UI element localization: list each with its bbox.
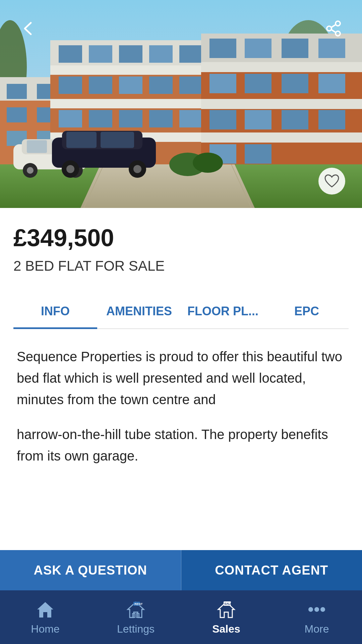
svg-text:RENT: RENT (134, 602, 143, 606)
svg-rect-28 (89, 110, 112, 127)
svg-rect-44 (282, 74, 308, 93)
svg-rect-17 (59, 45, 82, 63)
svg-rect-37 (201, 132, 362, 143)
favorite-button[interactable] (318, 168, 345, 195)
sales-icon: SALE (216, 599, 236, 620)
svg-rect-51 (245, 144, 272, 164)
svg-rect-6 (7, 84, 27, 99)
svg-marker-79 (37, 602, 53, 618)
svg-point-75 (327, 26, 331, 31)
svg-rect-47 (245, 110, 272, 129)
property-type: 2 BED FLAT FOR SALE (13, 258, 349, 274)
svg-rect-67 (101, 132, 134, 148)
svg-rect-23 (89, 76, 112, 94)
svg-rect-43 (245, 74, 272, 93)
tab-floorplan[interactable]: FLOOR PL... (181, 294, 265, 328)
svg-rect-38 (209, 39, 236, 58)
tab-amenities[interactable]: AMENITIES (97, 294, 181, 328)
svg-point-89 (314, 607, 319, 612)
svg-text:SALE: SALE (224, 602, 232, 605)
svg-rect-15 (50, 99, 218, 108)
property-tabs: INFO AMENITIES FLOOR PL... EPC (13, 294, 349, 329)
svg-point-90 (320, 607, 325, 612)
svg-rect-20 (149, 45, 173, 63)
svg-rect-39 (245, 39, 272, 58)
svg-rect-18 (89, 45, 112, 63)
svg-rect-27 (59, 110, 82, 127)
nav-item-lettings[interactable]: RENT Lettings (90, 596, 181, 639)
home-icon (35, 599, 55, 620)
nav-label-lettings: Lettings (117, 623, 155, 635)
svg-rect-45 (318, 74, 345, 93)
svg-point-73 (193, 153, 223, 173)
hero-image (0, 0, 362, 208)
action-buttons: ASK A QUESTION CONTACT AGENT (0, 550, 362, 590)
description-paragraph-1: Sequence Properties is proud to offer th… (17, 346, 345, 410)
svg-rect-21 (179, 45, 203, 63)
contact-agent-button[interactable]: CONTACT AGENT (181, 550, 362, 590)
svg-rect-14 (50, 65, 218, 75)
property-description: Sequence Properties is proud to offer th… (13, 346, 349, 467)
svg-marker-53 (80, 164, 255, 208)
bottom-navigation: Home RENT Lettings SALE Sales (0, 590, 362, 644)
svg-rect-25 (149, 76, 173, 94)
property-details: £349,500 2 BED FLAT FOR SALE INFO AMENIT… (0, 208, 362, 591)
svg-rect-41 (318, 39, 345, 58)
svg-line-78 (331, 30, 336, 33)
nav-label-more: More (305, 623, 329, 635)
svg-rect-46 (209, 110, 236, 129)
nav-item-sales[interactable]: SALE Sales (181, 596, 272, 639)
svg-rect-40 (282, 39, 308, 58)
description-paragraph-2: harrow-on-the-hill tube station. The pro… (17, 424, 345, 467)
svg-point-76 (336, 31, 340, 36)
back-button[interactable] (17, 17, 40, 40)
ask-question-button[interactable]: ASK A QUESTION (0, 550, 181, 590)
svg-rect-66 (66, 132, 97, 148)
share-button[interactable] (322, 17, 345, 40)
svg-rect-48 (282, 110, 308, 129)
svg-rect-49 (318, 110, 345, 129)
svg-point-74 (336, 21, 340, 26)
nav-item-more[interactable]: More (272, 596, 362, 639)
nav-label-home: Home (31, 623, 59, 635)
svg-point-61 (27, 167, 34, 174)
svg-rect-19 (119, 45, 142, 63)
tab-epc[interactable]: EPC (265, 294, 349, 328)
lettings-icon: RENT (126, 599, 146, 620)
svg-point-88 (308, 607, 313, 612)
svg-rect-35 (201, 62, 362, 72)
svg-rect-26 (179, 76, 203, 94)
svg-rect-30 (149, 110, 173, 127)
svg-rect-29 (119, 110, 142, 127)
svg-rect-24 (119, 76, 142, 94)
svg-rect-36 (201, 99, 362, 109)
tab-info[interactable]: INFO (13, 294, 97, 328)
svg-rect-22 (59, 76, 82, 94)
svg-point-69 (66, 165, 74, 173)
nav-label-sales: Sales (212, 623, 240, 635)
svg-line-77 (331, 24, 336, 28)
svg-rect-42 (209, 74, 236, 93)
svg-rect-31 (179, 110, 203, 127)
svg-rect-8 (7, 107, 27, 122)
property-price: £349,500 (13, 225, 349, 251)
svg-rect-58 (27, 140, 47, 153)
nav-item-home[interactable]: Home (0, 596, 90, 639)
more-icon (307, 599, 327, 620)
svg-point-71 (133, 165, 141, 173)
